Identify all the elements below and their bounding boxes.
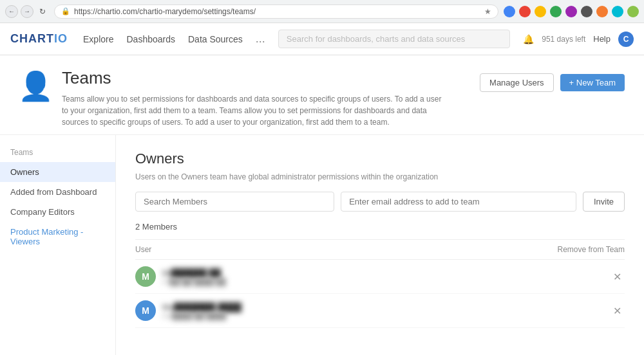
ext-icon-5 (565, 6, 577, 17)
ext-icon-4 (550, 6, 562, 17)
nav-explore[interactable]: Explore (83, 34, 113, 44)
help-button[interactable]: Help (593, 34, 611, 44)
url-text: https://chartio.com/chartio-marydemo/set… (74, 7, 256, 16)
table-row: M Mi██████ ██ mi██ ██ ████ ██ ✕ (135, 260, 625, 294)
members-table: User Remove from Team M Mi██████ ██ mi██… (135, 239, 625, 328)
member-controls: Invite (135, 192, 625, 212)
star-icon: ★ (484, 7, 491, 16)
member-info-2: Ma███████ ████ ma████ ██ ████ (162, 302, 609, 320)
main-content: 👤 Teams Teams allow you to set permissio… (0, 55, 644, 355)
members-count: 2 Members (135, 222, 625, 232)
page-header: 👤 Teams Teams allow you to set permissio… (0, 55, 644, 135)
lock-icon: 🔒 (61, 7, 70, 15)
nav-more[interactable]: ... (256, 32, 265, 46)
member-email-2: ma████ ██ ████ (162, 312, 609, 320)
sidebar-item-product-marketing-viewers[interactable]: Product Marketing - Viewers (0, 222, 115, 251)
header-info: Teams Teams allow you to set permissions… (62, 68, 469, 128)
team-detail-panel: Owners Users on the Owners team have glo… (116, 135, 644, 355)
sidebar-item-owners[interactable]: Owners (0, 162, 115, 182)
reload-button[interactable]: ↻ (36, 5, 49, 18)
back-button[interactable]: ← (5, 5, 18, 18)
browser-icons (504, 6, 639, 17)
ext-icon-3 (535, 6, 546, 17)
panel-description: Users on the Owners team have global adm… (135, 172, 625, 181)
ext-icon-8 (612, 6, 623, 17)
days-left: 951 days left (542, 35, 585, 44)
member-name-1: Mi██████ ██ (162, 268, 609, 278)
bell-icon: 🔔 (523, 34, 534, 44)
col-user-label: User (135, 245, 151, 254)
sidebar-item-added-from-dashboard[interactable]: Added from Dashboard (0, 182, 115, 202)
new-team-button[interactable]: + New Team (560, 74, 625, 91)
page-description: Teams allow you to set permissions for d… (62, 93, 448, 128)
nav-items: Explore Dashboards Data Sources ... (83, 32, 265, 46)
global-search[interactable]: Search for dashboards, charts and data s… (278, 30, 510, 48)
nav-right: 🔔 951 days left Help C (523, 32, 634, 47)
panel-title: Owners (135, 150, 625, 167)
top-nav: CHARTIO Explore Dashboards Data Sources … (0, 23, 644, 55)
search-members-input[interactable] (135, 192, 334, 212)
member-avatar-1: M (135, 266, 156, 287)
member-name-2: Ma███████ ████ (162, 302, 609, 312)
sidebar-item-company-editors[interactable]: Company Editors (0, 202, 115, 222)
logo: CHARTIO (10, 32, 68, 46)
ext-icon-2 (519, 6, 531, 17)
nav-data-sources[interactable]: Data Sources (188, 34, 243, 44)
page-title: Teams (62, 68, 469, 88)
table-header: User Remove from Team (135, 240, 625, 260)
nav-dashboards[interactable]: Dashboards (126, 34, 175, 44)
remove-member-1-button[interactable]: ✕ (609, 269, 625, 284)
page-actions: Manage Users + New Team (480, 73, 625, 92)
browser-nav: ← → ↻ (5, 5, 49, 18)
remove-member-2-button[interactable]: ✕ (609, 303, 625, 318)
table-row: M Ma███████ ████ ma████ ██ ████ ✕ (135, 294, 625, 328)
email-add-input[interactable] (341, 192, 576, 212)
member-avatar-2: M (135, 300, 156, 321)
member-email-1: mi██ ██ ████ ██ (162, 278, 609, 286)
ext-icon-7 (596, 6, 608, 17)
ext-icon-6 (581, 6, 592, 17)
sidebar-section-label: Teams (0, 148, 115, 162)
content-area: Teams Owners Added from Dashboard Compan… (0, 135, 644, 355)
forward-button[interactable]: → (21, 5, 33, 18)
ext-icon-1 (504, 6, 515, 17)
invite-button[interactable]: Invite (583, 192, 625, 212)
browser-chrome: ← → ↻ 🔒 https://chartio.com/chartio-mary… (0, 0, 644, 23)
teams-avatar-icon: 👤 (19, 68, 52, 104)
ext-icon-9 (627, 6, 639, 17)
address-bar[interactable]: 🔒 https://chartio.com/chartio-marydemo/s… (54, 5, 498, 19)
teams-sidebar: Teams Owners Added from Dashboard Compan… (0, 135, 116, 355)
member-info-1: Mi██████ ██ mi██ ██ ████ ██ (162, 268, 609, 286)
manage-users-button[interactable]: Manage Users (480, 73, 554, 92)
col-remove-label: Remove from Team (558, 245, 625, 254)
user-avatar[interactable]: C (618, 32, 634, 47)
